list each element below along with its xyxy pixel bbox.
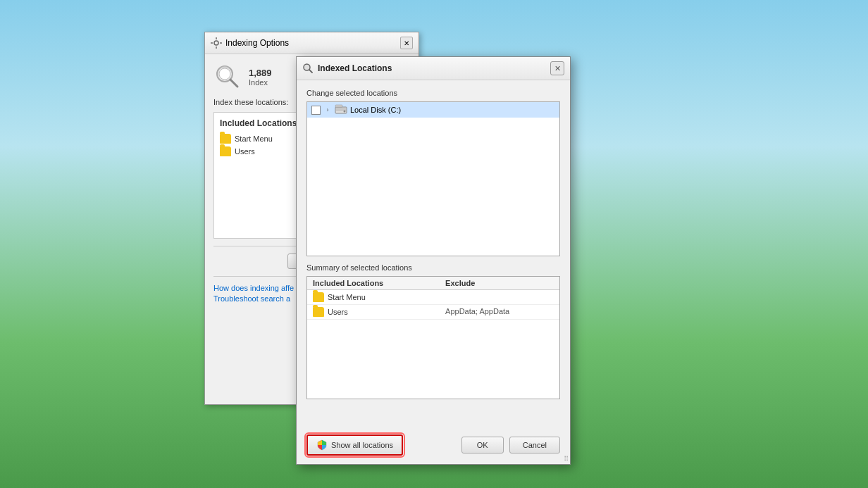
dialog-title: Indexed Locations [318,63,392,73]
svg-line-7 [230,80,237,87]
tree-item-label: Local Disk (C:) [350,106,401,114]
summary-cell-location: Start Menu [313,292,445,302]
summary-table: Included Locations Exclude Start Menu Us… [306,276,560,399]
indexing-titlebar-left: Indexing Options [211,37,289,49]
show-all-label: Show all locations [331,441,393,449]
svg-point-6 [219,68,230,80]
summary-row: Start Menu [307,290,559,305]
summary-cell-exclude [445,292,554,302]
ok-button[interactable]: OK [461,437,504,453]
search-title-icon [302,63,314,74]
indexed-locations-dialog: Indexed Locations ✕ Change selected loca… [296,56,571,465]
indexing-titlebar: Indexing Options ✕ [205,32,418,54]
svg-rect-13 [335,105,342,107]
gear-icon [211,37,222,49]
summary-cell-exclude: AppData; AppData [445,307,554,317]
folder-icon [220,146,231,156]
dialog-footer: Show all locations OK Cancel [306,434,560,456]
indexing-title: Indexing Options [225,38,289,48]
summary-header-col2: Exclude [445,279,554,287]
svg-rect-4 [220,42,222,44]
uac-shield-icon [316,439,328,451]
summary-cell-location: Users [313,307,445,317]
summary-header-col1: Included Locations [313,279,445,287]
dialog-titlebar: Indexed Locations ✕ [297,57,570,80]
svg-point-0 [214,41,218,45]
dialog-close-button[interactable]: ✕ [550,61,564,75]
locations-tree-view[interactable]: › Local Disk (C:) [306,101,560,256]
svg-line-9 [309,70,312,73]
dialog-body: Change selected locations › Local Disk (… [297,80,570,408]
svg-rect-2 [216,46,217,49]
summary-row: Users AppData; AppData [307,305,559,320]
folder-icon [220,134,231,144]
folder-icon [313,307,324,317]
svg-point-12 [344,111,346,113]
cancel-button[interactable]: Cancel [509,437,560,453]
summary-location-name: Users [328,308,348,316]
tree-checkbox[interactable] [311,106,321,115]
dialog-titlebar-left: Indexed Locations [302,63,392,74]
svg-rect-1 [216,37,217,39]
drive-icon [335,104,347,115]
summary-label: Summary of selected locations [306,263,560,272]
footer-buttons: OK Cancel [461,437,560,453]
show-all-locations-button[interactable]: Show all locations [306,434,403,456]
summary-location-name: Start Menu [328,293,366,301]
magnifier-icon [213,63,242,91]
change-locations-label: Change selected locations [306,89,560,97]
indexing-count: 1,889 [249,68,272,78]
tree-expand-icon[interactable]: › [323,106,332,114]
indexing-info: 1,889 Index [249,68,272,87]
folder-icon [313,292,324,302]
location-name: Start Menu [235,134,273,143]
indexing-close-button[interactable]: ✕ [400,37,413,49]
summary-header-row: Included Locations Exclude [307,277,559,290]
indexing-index-label: Index [249,78,272,87]
svg-rect-3 [211,42,213,44]
resize-grip[interactable]: ⠿ [564,455,569,463]
location-name: Users [235,147,255,156]
tree-item-local-disk[interactable]: › Local Disk (C:) [307,102,559,118]
